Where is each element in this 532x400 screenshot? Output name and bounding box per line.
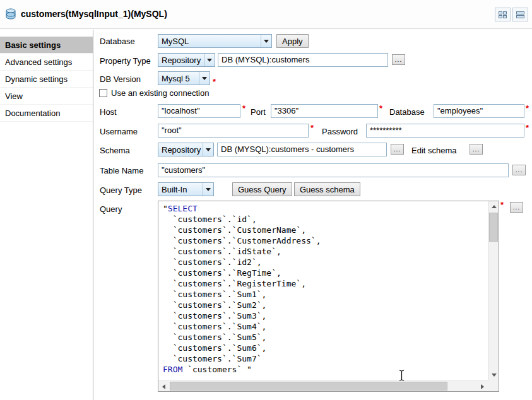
table-name-browse-button[interactable]: ... <box>512 165 526 175</box>
host-required-marker: * <box>242 103 245 113</box>
settings-sidebar: Basic settings Advanced settings Dynamic… <box>0 30 93 400</box>
sidebar-item-documentation[interactable]: Documentation <box>0 105 93 122</box>
scroll-down-icon[interactable] <box>492 374 497 377</box>
schema-type-value: Repository <box>158 143 203 156</box>
table-name-field[interactable]: "customers" <box>158 163 509 177</box>
port-required-marker: * <box>379 103 382 113</box>
query-text[interactable]: "SELECT `customers`.`id`, `customers`.`C… <box>158 201 488 380</box>
table-name-label: Table Name <box>100 166 143 175</box>
query-type-value: Built-In <box>158 183 203 196</box>
existing-connection-label: Use an existing connection <box>111 88 209 98</box>
chevron-down-icon <box>261 35 271 47</box>
vertical-scrollbar[interactable] <box>488 201 499 380</box>
password-label: Password <box>322 127 358 136</box>
scrollbar-corner <box>488 380 499 391</box>
database-name-label: Database <box>389 107 425 117</box>
property-type-label: Property Type <box>100 56 151 66</box>
username-label: Username <box>100 127 138 136</box>
database-component-icon <box>4 8 17 20</box>
database-label: Database <box>100 37 135 46</box>
db-version-required-marker: * <box>213 77 216 86</box>
sidebar-item-dynamic-settings[interactable]: Dynamic settings <box>0 71 93 88</box>
scroll-right-icon[interactable] <box>481 384 484 389</box>
database-type-value: MySQL <box>158 35 261 47</box>
username-field[interactable]: "root" <box>158 124 309 138</box>
query-browse-button[interactable]: ... <box>510 202 523 213</box>
apply-button[interactable]: Apply <box>276 34 309 48</box>
chevron-down-icon <box>204 54 215 66</box>
edit-schema-button[interactable]: ... <box>470 144 483 155</box>
horizontal-scrollbar[interactable] <box>158 380 488 391</box>
query-type-select[interactable]: Built-In <box>158 182 214 196</box>
component-title: customers(tMysqlInput_1)(MySQL) <box>21 9 167 19</box>
property-type-value: Repository <box>158 54 204 66</box>
sidebar-item-view[interactable]: View <box>0 88 93 105</box>
db-version-label: DB Version <box>100 74 141 84</box>
host-field[interactable]: "localhost" <box>158 104 240 118</box>
query-type-label: Query Type <box>100 185 142 195</box>
existing-connection-checkbox[interactable] <box>99 89 107 97</box>
chevron-down-icon <box>203 143 213 156</box>
chevron-down-icon <box>199 72 210 85</box>
query-editor[interactable]: "SELECT `customers`.`id`, `customers`.`C… <box>158 201 499 392</box>
edit-schema-label: Edit schema <box>411 146 457 155</box>
username-required-marker: * <box>310 123 314 132</box>
database-name-field[interactable]: "employees" <box>434 104 524 118</box>
port-label: Port <box>251 107 266 117</box>
component-settings-panel: customers(tMysqlInput_1)(MySQL) Basic se… <box>0 0 532 400</box>
host-label: Host <box>100 107 117 117</box>
property-repository-browse-button[interactable]: ... <box>392 54 405 65</box>
query-required-marker: * <box>500 200 504 209</box>
query-label: Query <box>100 204 122 214</box>
schema-browse-button[interactable]: ... <box>391 144 404 155</box>
db-version-value: Mysql 5 <box>158 72 199 85</box>
component-header: customers(tMysqlInput_1)(MySQL) <box>0 0 532 29</box>
database-type-select[interactable]: MySQL <box>158 34 272 48</box>
schema-repository-field[interactable]: DB (MYSQL):customers - customers <box>217 143 387 156</box>
property-repository-field[interactable]: DB (MYSQL):customers <box>218 53 388 67</box>
guess-schema-button[interactable]: Guess schema <box>294 182 360 196</box>
rows-layout-icon[interactable] <box>512 8 528 21</box>
database-name-required-marker: * <box>526 103 529 113</box>
schema-type-select[interactable]: Repository <box>158 143 214 156</box>
sidebar-item-advanced-settings[interactable]: Advanced settings <box>0 54 93 71</box>
sidebar-item-basic-settings[interactable]: Basic settings <box>0 37 93 54</box>
chevron-down-icon <box>203 183 213 196</box>
property-type-select[interactable]: Repository <box>158 53 215 67</box>
password-required-marker: * <box>526 123 529 132</box>
text-cursor-pointer <box>398 370 405 381</box>
scroll-up-icon[interactable] <box>492 205 497 208</box>
scroll-left-icon[interactable] <box>162 384 165 389</box>
schema-label: Schema <box>100 146 130 155</box>
horizontal-scrollbar-thumb[interactable] <box>170 382 447 391</box>
vertical-scrollbar-thumb[interactable] <box>489 213 498 242</box>
password-field[interactable]: ********** <box>366 124 524 138</box>
grid-layout-icon[interactable] <box>495 8 511 21</box>
db-version-select[interactable]: Mysql 5 <box>158 71 210 85</box>
port-field[interactable]: "3306" <box>271 104 378 118</box>
guess-query-button[interactable]: Guess Query <box>232 182 292 196</box>
